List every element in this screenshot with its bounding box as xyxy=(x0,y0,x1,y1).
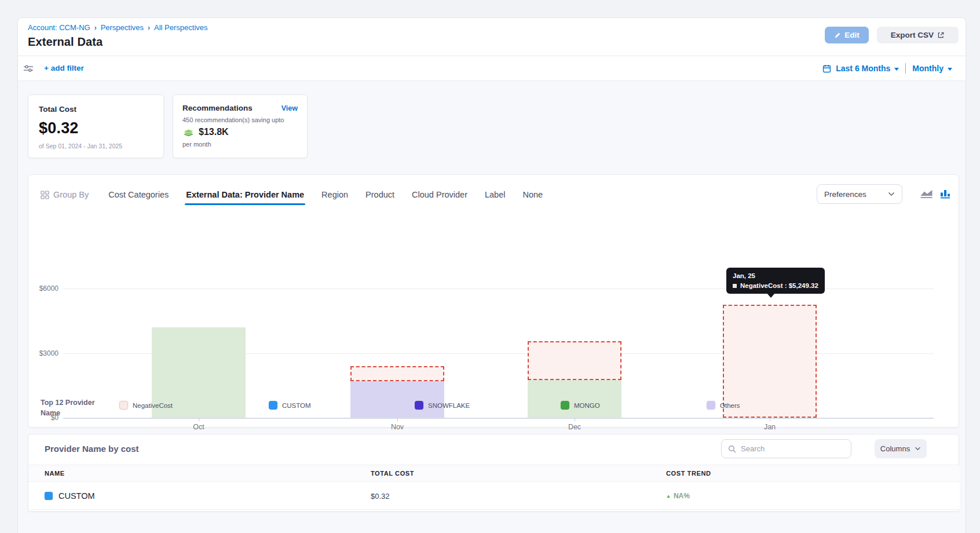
search-input[interactable] xyxy=(741,444,844,453)
group-by-text: Group By xyxy=(53,190,89,199)
tab-label[interactable]: Label xyxy=(485,190,505,199)
divider xyxy=(905,63,906,74)
tab-product[interactable]: Product xyxy=(365,190,394,199)
provider-name: CUSTOM xyxy=(58,491,95,501)
page: Account: CCM-NG › Perspectives › All Per… xyxy=(0,0,980,533)
recommendations-savings: $13.8K xyxy=(199,127,229,137)
bar-negativecost-dec[interactable] xyxy=(528,341,621,380)
x-axis-tick xyxy=(199,418,199,421)
row-name-cell: CUSTOM xyxy=(45,482,95,510)
legend-item-negativecost[interactable]: NegativeCost xyxy=(119,401,173,410)
date-controls: Last 6 Months Monthly xyxy=(822,63,952,74)
area-chart-icon[interactable] xyxy=(920,188,933,201)
filter-sliders-icon[interactable] xyxy=(23,64,34,75)
filter-bar: + add filter Last 6 Months Monthly xyxy=(18,56,966,81)
chart-type-toggle xyxy=(920,188,952,201)
breadcrumb-all-perspectives[interactable]: All Perspectives xyxy=(154,23,207,32)
table-row-custom[interactable]: CUSTOM$0.32▲NA% xyxy=(28,482,960,510)
chevron-down-icon xyxy=(915,447,921,451)
total-cost-value: $0.32 xyxy=(39,119,153,137)
x-axis-tick xyxy=(575,418,575,421)
legend-item-mongo[interactable]: MONGO xyxy=(561,401,600,410)
recommendations-title: Recommendations xyxy=(182,104,253,112)
table-header-row: NAME TOTAL COST COST TREND xyxy=(28,465,960,482)
tooltip-bullet-icon xyxy=(733,284,737,288)
app-container: Account: CCM-NG › Perspectives › All Per… xyxy=(17,17,966,533)
view-recommendations-link[interactable]: View xyxy=(281,104,298,112)
legend-swatch-mongo xyxy=(561,401,569,410)
bar-chart-icon[interactable] xyxy=(940,188,952,201)
total-cost-title: Total Cost xyxy=(39,105,153,114)
x-axis-tick xyxy=(770,418,770,421)
breadcrumb-separator-icon: › xyxy=(94,24,97,32)
column-header-total-cost: TOTAL COST xyxy=(371,470,414,477)
y-axis-label: $6000 xyxy=(28,284,58,293)
granularity-dropdown[interactable]: Monthly xyxy=(912,64,952,73)
content-area: Total Cost $0.32 of Sep 01, 2024 - Jan 3… xyxy=(18,81,966,533)
tab-external-data-provider-name[interactable]: External Data: Provider Name xyxy=(186,190,304,199)
column-header-cost-trend: COST TREND xyxy=(666,470,711,477)
legend-item-custom[interactable]: CUSTOM xyxy=(269,401,311,410)
recommendations-card: Recommendations View 450 recommendation(… xyxy=(173,94,308,158)
legend-item-others[interactable]: Others xyxy=(707,401,740,410)
group-by-tabs: Cost CategoriesExternal Data: Provider N… xyxy=(108,190,543,199)
caret-down-icon xyxy=(894,68,899,71)
breadcrumb-perspectives[interactable]: Perspectives xyxy=(101,23,144,32)
grid-icon xyxy=(41,191,49,199)
y-axis-label: $3000 xyxy=(28,349,58,357)
tab-cloud-provider[interactable]: Cloud Provider xyxy=(412,190,467,199)
legend-label: NegativeCost xyxy=(133,402,173,409)
tab-region[interactable]: Region xyxy=(321,190,348,199)
legend-label: Others xyxy=(720,402,740,409)
tab-cost-categories[interactable]: Cost Categories xyxy=(108,190,169,199)
legend-label: MONGO xyxy=(574,402,600,409)
columns-button[interactable]: Columns xyxy=(875,439,927,458)
date-range-label: Last 6 Months xyxy=(836,64,890,73)
calendar-icon xyxy=(822,64,831,73)
breadcrumb-account[interactable]: Account: CCM-NG xyxy=(28,23,90,32)
x-axis-label-nov: Nov xyxy=(374,423,420,431)
tooltip-series-value: NegativeCost : $5,249.32 xyxy=(740,282,818,289)
chevron-down-icon xyxy=(888,192,895,196)
total-cost-card: Total Cost $0.32 of Sep 01, 2024 - Jan 3… xyxy=(28,94,164,158)
edit-button-label: Edit xyxy=(844,31,860,39)
x-axis-tick xyxy=(397,418,398,421)
chart-tooltip: Jan, 25 NegativeCost : $5,249.32 xyxy=(726,268,825,294)
date-range-dropdown[interactable]: Last 6 Months xyxy=(836,64,899,73)
legend-items: NegativeCostCUSTOMSNOWFLAKEMONGOOthers xyxy=(28,401,960,417)
edit-button[interactable]: Edit xyxy=(825,27,869,43)
bar-negativecost-nov[interactable] xyxy=(350,366,444,381)
row-total-cost: $0.32 xyxy=(371,482,390,510)
legend-swatch-others xyxy=(707,401,715,410)
provider-swatch xyxy=(45,492,53,500)
preferences-dropdown[interactable]: Preferences xyxy=(817,184,902,204)
chart-plot: Jan, 25 NegativeCost : $5,249.32 $0$3000… xyxy=(28,216,960,395)
page-header: Account: CCM-NG › Perspectives › All Per… xyxy=(18,18,966,56)
x-axis-label-oct: Oct xyxy=(175,423,222,431)
x-axis-label-jan: Jan xyxy=(747,423,793,431)
column-header-name: NAME xyxy=(45,470,65,477)
caret-down-icon xyxy=(948,68,952,71)
external-link-icon xyxy=(937,31,945,39)
search-box xyxy=(721,439,851,458)
table-panel: Provider Name by cost Columns NAME TOTAL… xyxy=(28,434,959,512)
trend-value: NA% xyxy=(674,492,690,500)
tab-none[interactable]: None xyxy=(522,190,543,199)
breadcrumb-separator-icon: › xyxy=(148,24,150,32)
pencil-icon xyxy=(834,32,841,39)
page-title: External Data xyxy=(28,35,103,49)
recommendations-per-month: per month xyxy=(182,141,298,148)
columns-label: Columns xyxy=(880,444,910,453)
row-cost-trend: ▲NA% xyxy=(666,482,690,510)
gridline-0 xyxy=(63,418,934,419)
export-csv-button[interactable]: Export CSV xyxy=(877,27,959,43)
legend-swatch-custom xyxy=(269,401,277,410)
recommendations-subtitle: 450 recommendation(s) saving upto xyxy=(182,116,298,123)
trend-up-icon: ▲ xyxy=(666,494,671,499)
breadcrumb: Account: CCM-NG › Perspectives › All Per… xyxy=(28,23,208,32)
table-body: CUSTOM$0.32▲NA% xyxy=(28,482,960,510)
legend-swatch-negativecost xyxy=(119,401,128,410)
legend-label: SNOWFLAKE xyxy=(428,402,470,409)
add-filter-button[interactable]: + add filter xyxy=(44,64,84,72)
legend-item-snowflake[interactable]: SNOWFLAKE xyxy=(415,401,470,410)
